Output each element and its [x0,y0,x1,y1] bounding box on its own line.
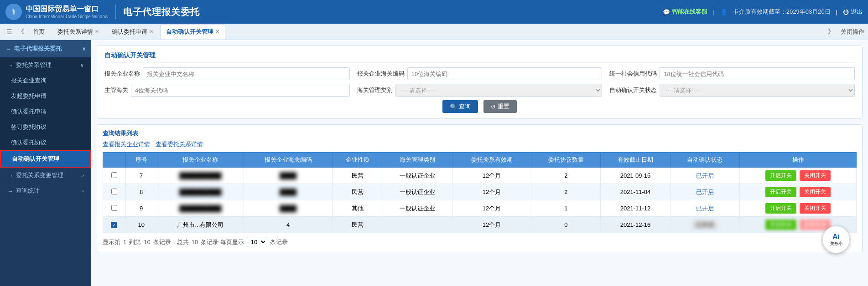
row2-open-btn[interactable]: 开启开关 [765,187,796,197]
logo-cn: 中国国际贸易单一窗口 [26,5,108,14]
content-area: 自动确认开关管理 报关企业名称 报关企业海关编码 统一社会信用代码 主管海关 [91,40,868,286]
customs-mgmt-select[interactable]: ----请选择---- [395,84,603,97]
row4-customs-code: 4 [244,217,333,233]
row4-nature: 民营 [333,217,383,233]
row1-seq: 7 [125,168,157,184]
arrow-icon: → [7,188,13,194]
tab-close-confirm-delegate[interactable]: ✕ [149,29,153,35]
row1-open-btn[interactable]: 开启开关 [765,170,796,181]
sidebar-main-item[interactable]: → 电子代理报关委托 ∨ [0,40,91,57]
tab-home[interactable]: 首页 [27,25,51,39]
link-delegate-detail[interactable]: 查看委托关系详情 [156,140,203,148]
row4-auto-status: 已开启 [670,217,739,233]
close-operations-button[interactable]: 关闭操作 [841,28,864,36]
col-company-name: 报关企业名称 [157,153,244,168]
chat-icon: 💬 [663,9,670,15]
tab-close-auto-confirm[interactable]: ✕ [215,29,219,35]
table-row: 9 ██████████ ████ 其他 一般认证企业 12个月 1 2021-… [103,200,857,217]
search-icon: 🔍 [450,103,457,110]
search-button[interactable]: 🔍 查询 [442,100,478,113]
result-links: 查看报关企业详情 查看委托关系详情 [103,140,857,148]
page-from: 1 [123,239,126,245]
page-size-select[interactable]: 10 20 50 [247,237,267,247]
row2-checkbox[interactable] [111,189,117,194]
sidebar-item-sign-agreement[interactable]: 签订委托协议 [0,119,91,135]
arrow-icon: → [7,62,13,69]
tab-nav-menu[interactable]: ☰ [4,28,15,36]
search-form-row1: 报关企业名称 报关企业海关编码 统一社会信用代码 [104,67,855,80]
auto-confirm-field: 自动确认开关状态 ----请选择---- [609,84,855,97]
row4-seq: 10 [125,217,157,233]
row4-close-btn[interactable]: 关闭开关 [800,220,831,230]
auto-confirm-label: 自动确认开关状态 [609,86,657,94]
row1-valid-period: 12个月 [452,168,531,184]
online-service[interactable]: 💬 智能在线客服 [663,8,707,16]
tab-close-delegate-detail[interactable]: ✕ [95,29,99,35]
tab-nav-prev[interactable]: 《 [15,28,27,36]
page-to: 10 [144,239,150,245]
row4-open-btn[interactable]: 开启开关 [765,220,796,230]
row3-seq: 9 [125,200,157,217]
customs-code-input[interactable] [407,67,603,80]
page-size-unit: 条记录 [270,238,288,246]
row1-nature: 民营 [333,168,383,184]
sidebar-delegate-group: → 委托关系管理 ∨ 报关企业查询 发起委托申请 确认委托申请 签订委托协议 确… [0,57,91,168]
row3-checkbox[interactable] [111,205,117,211]
row2-close-btn[interactable]: 关闭开关 [800,187,831,197]
sidebar-item-send-delegate[interactable]: 发起委托申请 [0,88,91,104]
col-agreement-count: 委托协议数量 [531,153,601,168]
customs-mgmt-label: 海关管理类别 [357,86,393,94]
customs-code-field: 报关企业海关编码 [357,67,603,80]
sidebar-item-auto-confirm-wrapper: 自动确认开关管理 [0,150,91,168]
main-customs-input[interactable] [131,84,350,97]
tab-bar: ☰ 《 首页 委托关系详情 ✕ 确认委托申请 ✕ 自动确认开关管理 ✕ 》 关闭… [0,24,868,40]
sidebar-item-auto-confirm[interactable]: 自动确认开关管理 [0,150,91,168]
arrow-icon: → [5,46,11,52]
company-name-input[interactable] [143,67,350,80]
search-panel: 自动确认开关管理 报关企业名称 报关企业海关编码 统一社会信用代码 主管海关 [97,46,863,119]
logo-text: 中国国际贸易单一窗口 China International Trade Sin… [26,5,108,19]
page-text-total-records: 条记录 每页显示 [201,238,244,246]
reset-button[interactable]: ↺ 重置 [483,100,517,113]
main-layout: → 电子代理报关委托 ∨ → 委托关系管理 ∨ 报关企业查询 发起委托申请 确认… [0,40,868,286]
col-valid-period: 委托关系有效期 [452,153,531,168]
table-row: 8 ██████████ ████ 民营 一般认证企业 12个月 2 2021-… [103,184,857,200]
row3-close-btn[interactable]: 关闭开关 [800,203,831,214]
tab-nav-next[interactable]: 》 [825,28,837,36]
ai-popup-button[interactable]: Ai 关务小 [822,226,850,253]
logout-button[interactable]: ⏻ 退出 [843,8,863,16]
sidebar-group-query-stats[interactable]: → 查询统计 › [0,183,91,199]
row2-company: ██████████ [157,184,244,200]
sidebar-group-change-mgmt[interactable]: → 委托关系变更管理 › [0,168,91,183]
sidebar-item-confirm-delegate[interactable]: 确认委托申请 [0,104,91,119]
sidebar-item-company-query[interactable]: 报关企业查询 [0,73,91,88]
company-name-field: 报关企业名称 [104,67,350,80]
tab-confirm-delegate[interactable]: 确认委托申请 ✕ [106,25,159,39]
logo-icon: ⚕ [5,4,22,20]
customs-code-label: 报关企业海关编码 [357,70,405,78]
row2-mgmt-type: 一般认证企业 [383,184,452,200]
tab-auto-confirm[interactable]: 自动确认开关管理 ✕ [160,25,225,39]
credit-code-input[interactable] [660,67,855,80]
tab-right-actions: 》 关闭操作 [825,28,864,36]
auto-confirm-select[interactable]: ----请选择---- [660,84,855,97]
row1-auto-status: 已开启 [670,168,739,184]
row4-checkbox-checked[interactable]: ✓ [111,222,117,228]
row1-close-btn[interactable]: 关闭开关 [800,170,831,181]
row1-checkbox[interactable] [111,172,117,178]
row2-auto-status: 已开启 [670,184,739,200]
col-auto-status: 自动确认状态 [670,153,739,168]
row1-agreement-count: 2 [531,168,601,184]
table-row: 7 ██████████ ████ 民营 一般认证企业 12个月 2 2021-… [103,168,857,184]
header-title: 电子代理报关委托 [123,6,200,18]
row2-actions: 开启开关 关闭开关 [740,184,857,200]
sidebar-item-confirm-agreement[interactable]: 确认委托协议 [0,135,91,150]
row3-open-btn[interactable]: 开启开关 [765,203,796,214]
row3-auto-status: 已开启 [670,200,739,217]
row1-mgmt-type: 一般认证企业 [383,168,452,184]
tab-delegate-detail[interactable]: 委托关系详情 ✕ [52,25,105,39]
link-company-detail[interactable]: 查看报关企业详情 [103,140,150,148]
sidebar-group-delegate-mgmt[interactable]: → 委托关系管理 ∨ [0,57,91,73]
pagination-row: 显示第 1 到第 10 条记录，总共 10 条记录 每页显示 10 20 50 … [103,237,857,247]
row2-seq: 8 [125,184,157,200]
